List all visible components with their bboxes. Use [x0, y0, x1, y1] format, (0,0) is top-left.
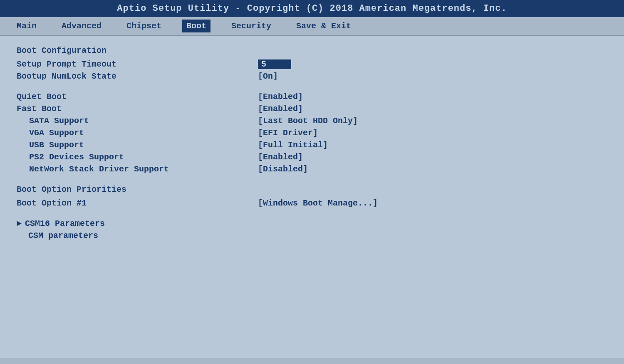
- ps2-devices-label[interactable]: PS2 Devices Support: [17, 152, 258, 162]
- boot-option-priorities-header: Boot Option Priorities: [17, 185, 607, 194]
- vga-support-row: VGA Support [EFI Driver]: [17, 128, 607, 138]
- quiet-boot-value[interactable]: [Enabled]: [258, 92, 303, 102]
- bootup-numlock-value[interactable]: [On]: [258, 72, 278, 81]
- menu-item-security[interactable]: Security: [227, 20, 275, 32]
- quiet-boot-label[interactable]: Quiet Boot: [17, 92, 258, 102]
- csm16-parameters-row: ► CSM16 Parameters: [17, 219, 607, 228]
- fast-boot-label[interactable]: Fast Boot: [17, 104, 258, 114]
- setup-prompt-timeout-row: Setup Prompt Timeout 5: [17, 59, 607, 69]
- sata-support-row: SATA Support [Last Boot HDD Only]: [17, 116, 607, 126]
- csm-spacer: [17, 233, 25, 240]
- fast-boot-value[interactable]: [Enabled]: [258, 104, 303, 114]
- content-area: Boot Configuration Setup Prompt Timeout …: [0, 36, 624, 358]
- menu-bar: Main Advanced Chipset Boot Security Save…: [0, 17, 624, 36]
- ps2-devices-row: PS2 Devices Support [Enabled]: [17, 152, 607, 162]
- network-stack-value[interactable]: [Disabled]: [258, 164, 308, 174]
- usb-support-row: USB Support [Full Initial]: [17, 140, 607, 150]
- vga-support-label[interactable]: VGA Support: [17, 128, 258, 138]
- boot-option-1-value[interactable]: [Windows Boot Manage...]: [258, 198, 378, 208]
- csm16-arrow-icon: ►: [17, 219, 22, 228]
- boot-option-1-row: Boot Option #1 [Windows Boot Manage...]: [17, 198, 607, 208]
- csm16-parameters-label[interactable]: CSM16 Parameters: [25, 219, 266, 228]
- bootup-numlock-label[interactable]: Bootup NumLock State: [17, 72, 258, 81]
- vga-support-value[interactable]: [EFI Driver]: [258, 128, 318, 138]
- sata-support-value[interactable]: [Last Boot HDD Only]: [258, 116, 358, 126]
- setup-prompt-timeout-label[interactable]: Setup Prompt Timeout: [17, 59, 258, 69]
- ps2-devices-value[interactable]: [Enabled]: [258, 152, 303, 162]
- boot-configuration-header: Boot Configuration: [17, 46, 607, 55]
- menu-item-main[interactable]: Main: [12, 20, 41, 32]
- network-stack-row: NetWork Stack Driver Support [Disabled]: [17, 164, 607, 174]
- csm-parameters-row: CSM parameters: [17, 231, 607, 240]
- menu-item-chipset[interactable]: Chipset: [122, 20, 166, 32]
- title-text: Aptio Setup Utility - Copyright (C) 2018…: [117, 3, 507, 14]
- network-stack-label[interactable]: NetWork Stack Driver Support: [17, 164, 258, 174]
- menu-item-boot[interactable]: Boot: [182, 20, 210, 32]
- setup-prompt-timeout-value[interactable]: 5: [258, 59, 291, 69]
- fast-boot-row: Fast Boot [Enabled]: [17, 104, 607, 114]
- menu-item-advanced[interactable]: Advanced: [57, 20, 106, 32]
- boot-option-1-label[interactable]: Boot Option #1: [17, 198, 258, 208]
- menu-item-save-exit[interactable]: Save & Exit: [292, 20, 355, 32]
- usb-support-label[interactable]: USB Support: [17, 140, 258, 150]
- quiet-boot-row: Quiet Boot [Enabled]: [17, 92, 607, 102]
- bootup-numlock-row: Bootup NumLock State [On]: [17, 72, 607, 81]
- title-bar: Aptio Setup Utility - Copyright (C) 2018…: [0, 0, 624, 17]
- sata-support-label[interactable]: SATA Support: [17, 116, 258, 126]
- csm-parameters-label[interactable]: CSM parameters: [28, 231, 270, 240]
- usb-support-value[interactable]: [Full Initial]: [258, 140, 328, 150]
